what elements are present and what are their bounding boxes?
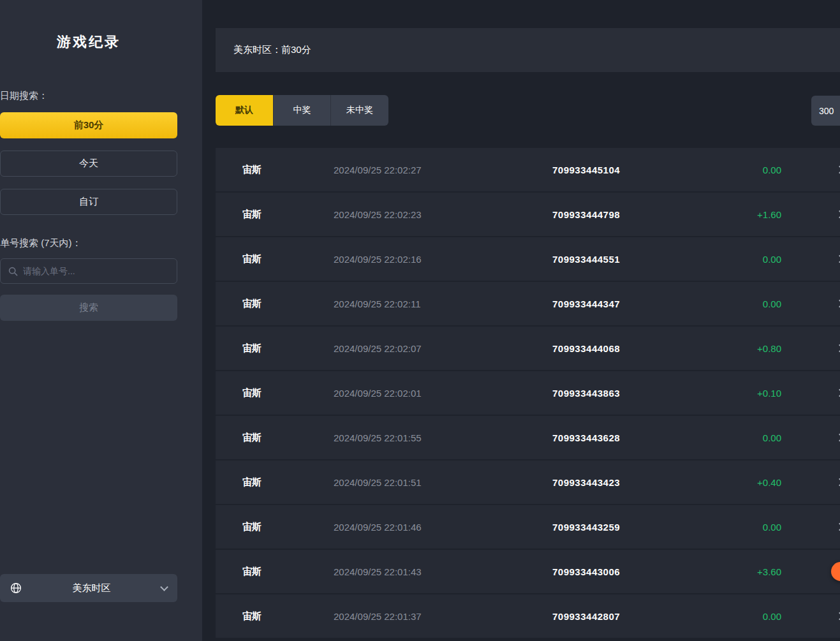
order-number: 709933442807 bbox=[552, 611, 620, 622]
table-row[interactable]: 宙斯 2024/09/25 22:02:07 709933444068 +0.8… bbox=[216, 327, 840, 370]
amount-value: 0.00 bbox=[763, 522, 781, 533]
record-timestamp: 2024/09/25 22:02:01 bbox=[334, 388, 422, 399]
amount-value: +3.60 bbox=[757, 566, 781, 577]
game-name: 宙斯 bbox=[242, 209, 262, 221]
sidebar: 游戏纪录 日期搜索： 前30分 今天 自订 单号搜索 (7天内)： 搜索 美东时… bbox=[0, 0, 202, 641]
record-timestamp: 2024/09/25 22:01:37 bbox=[334, 611, 422, 622]
chevron-right-icon bbox=[836, 210, 840, 219]
game-name: 宙斯 bbox=[242, 521, 262, 533]
order-number: 709933444798 bbox=[552, 209, 620, 220]
game-name: 宙斯 bbox=[242, 476, 262, 489]
records-list: 宙斯 2024/09/25 22:02:27 709933445104 0.00… bbox=[216, 148, 840, 639]
table-row[interactable]: 宙斯 2024/09/25 22:02:27 709933445104 0.00 bbox=[216, 148, 840, 191]
result-filter-tabs: 默认 中奖 未中奖 bbox=[216, 95, 388, 126]
order-number: 709933444068 bbox=[552, 343, 620, 354]
date-search-label: 日期搜索： bbox=[0, 90, 48, 102]
chevron-right-icon bbox=[836, 478, 840, 487]
record-timestamp: 2024/09/25 22:01:46 bbox=[334, 522, 422, 533]
game-name: 宙斯 bbox=[242, 164, 262, 176]
amount-value: +0.80 bbox=[757, 343, 781, 354]
order-number: 709933444551 bbox=[552, 254, 620, 265]
chevron-right-icon bbox=[836, 300, 840, 308]
record-timestamp: 2024/09/25 22:02:11 bbox=[334, 298, 421, 309]
game-name: 宙斯 bbox=[242, 610, 262, 623]
records-header: 美东时区：前30分 bbox=[216, 28, 840, 72]
order-number: 709933445104 bbox=[552, 165, 620, 175]
table-row[interactable]: 宙斯 2024/09/25 22:02:11 709933444347 0.00 bbox=[216, 282, 840, 325]
page-title: 游戏纪录 bbox=[0, 33, 177, 52]
game-name: 宙斯 bbox=[242, 343, 262, 355]
record-timestamp: 2024/09/25 22:01:51 bbox=[334, 477, 422, 488]
filter-last-30-min-button[interactable]: 前30分 bbox=[0, 112, 177, 138]
chevron-right-icon bbox=[836, 612, 840, 621]
record-timestamp: 2024/09/25 22:01:55 bbox=[334, 432, 422, 443]
table-row[interactable]: 宙斯 2024/09/25 22:02:23 709933444798 +1.6… bbox=[216, 193, 840, 236]
amount-value: +1.60 bbox=[757, 209, 781, 220]
amount-value: +0.40 bbox=[757, 477, 781, 488]
record-timestamp: 2024/09/25 22:02:16 bbox=[334, 254, 422, 265]
page-size-selector[interactable]: 300 bbox=[811, 96, 840, 126]
timezone-label: 美东时区 bbox=[22, 582, 161, 594]
game-name: 宙斯 bbox=[242, 253, 262, 265]
chevron-right-icon bbox=[836, 434, 840, 442]
order-number: 709933443259 bbox=[552, 522, 620, 533]
table-row[interactable]: 宙斯 2024/09/25 22:01:46 709933443259 0.00 bbox=[216, 505, 840, 549]
record-timestamp: 2024/09/25 22:02:27 bbox=[334, 165, 422, 175]
table-row[interactable]: 宙斯 2024/09/25 22:01:55 709933443628 0.00 bbox=[216, 416, 840, 459]
chevron-right-icon bbox=[836, 166, 840, 174]
order-search-box bbox=[0, 258, 177, 284]
amount-value: 0.00 bbox=[763, 298, 781, 309]
game-name: 宙斯 bbox=[242, 566, 262, 578]
search-icon bbox=[8, 267, 18, 276]
tab-default[interactable]: 默认 bbox=[216, 95, 273, 126]
tab-not-winning[interactable]: 未中奖 bbox=[330, 95, 388, 126]
order-number: 709933443628 bbox=[552, 432, 620, 443]
filter-today-button[interactable]: 今天 bbox=[0, 151, 177, 177]
chevron-right-icon bbox=[836, 389, 840, 397]
order-search-input[interactable] bbox=[23, 266, 169, 276]
filter-custom-button[interactable]: 自订 bbox=[0, 189, 177, 215]
order-number: 709933443423 bbox=[552, 477, 620, 488]
search-button[interactable]: 搜索 bbox=[0, 295, 177, 321]
amount-value: 0.00 bbox=[763, 432, 781, 443]
game-name: 宙斯 bbox=[242, 298, 262, 310]
record-timestamp: 2024/09/25 22:01:43 bbox=[334, 566, 422, 577]
chevron-right-icon bbox=[836, 255, 840, 263]
table-row[interactable]: 宙斯 2024/09/25 22:02:01 709933443863 +0.1… bbox=[216, 371, 840, 415]
records-header-title: 美东时区：前30分 bbox=[233, 44, 311, 56]
table-row[interactable]: 宙斯 2024/09/25 22:01:37 709933442807 0.00 bbox=[216, 594, 840, 638]
amount-value: +0.10 bbox=[757, 388, 781, 399]
chevron-right-icon bbox=[836, 344, 840, 353]
chevron-right-icon bbox=[836, 523, 840, 531]
amount-value: 0.00 bbox=[763, 611, 781, 622]
amount-value: 0.00 bbox=[763, 254, 781, 265]
order-number: 709933443863 bbox=[552, 388, 620, 399]
table-row[interactable]: 宙斯 2024/09/25 22:02:16 709933444551 0.00 bbox=[216, 237, 840, 281]
table-row[interactable]: 宙斯 2024/09/25 22:01:43 709933443006 +3.6… bbox=[216, 550, 840, 593]
tab-winning[interactable]: 中奖 bbox=[273, 95, 330, 126]
amount-value: 0.00 bbox=[763, 165, 781, 175]
record-timestamp: 2024/09/25 22:02:23 bbox=[334, 209, 422, 220]
timezone-selector[interactable]: 美东时区 bbox=[0, 574, 177, 602]
record-timestamp: 2024/09/25 22:02:07 bbox=[334, 343, 422, 354]
order-number: 709933443006 bbox=[552, 566, 620, 577]
chevron-down-icon bbox=[160, 583, 168, 591]
game-name: 宙斯 bbox=[242, 387, 262, 399]
table-row[interactable]: 宙斯 2024/09/25 22:01:51 709933443423 +0.4… bbox=[216, 460, 840, 504]
order-search-label: 单号搜索 (7天内)： bbox=[0, 237, 82, 249]
game-name: 宙斯 bbox=[242, 432, 262, 444]
globe-icon bbox=[10, 582, 22, 594]
order-number: 709933444347 bbox=[552, 298, 620, 309]
